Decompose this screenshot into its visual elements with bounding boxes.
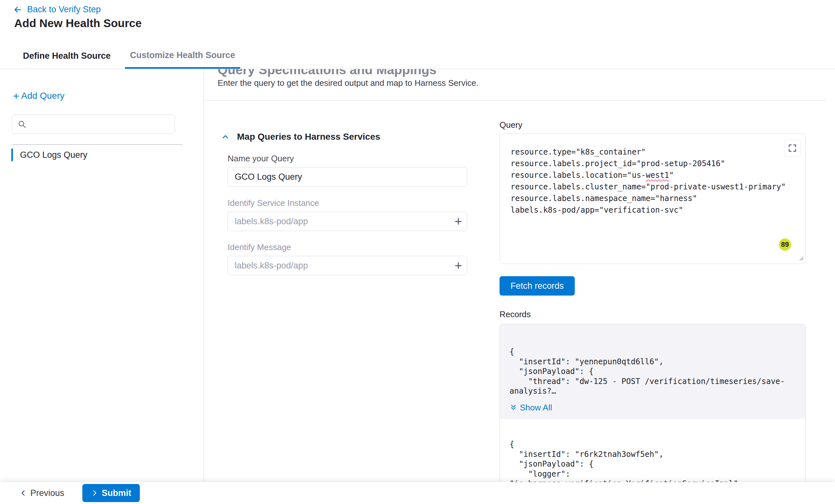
record-block: { "insertId": "yennepun0qtd6ll6", "jsonP…: [500, 324, 805, 419]
add-query-button[interactable]: + Add Query: [13, 90, 65, 101]
identify-message-label: Identify Message: [228, 242, 291, 252]
query-sidebar: + Add Query GCO Logs Query: [0, 69, 204, 504]
add-query-label: Add Query: [21, 91, 65, 101]
double-chevron-down-icon: [510, 404, 517, 412]
map-queries-header: Map Queries to Harness Services: [221, 132, 380, 142]
query-name-input[interactable]: [227, 167, 467, 187]
previous-button[interactable]: Previous: [19, 488, 64, 498]
query-name-field-wrap: [227, 167, 467, 187]
record-json-lines: { "insertId": "r6rk2tnah3owf5eh", "jsonP…: [510, 439, 796, 489]
back-to-verify-step-link[interactable]: Back to Verify Step: [13, 4, 101, 15]
query-item-label: GCO Logs Query: [20, 150, 87, 160]
service-instance-add-icon[interactable]: +: [455, 215, 462, 228]
collapse-chevron-up-icon[interactable]: [221, 132, 230, 141]
identify-message-input[interactable]: [227, 256, 467, 275]
tab-customize-health-source[interactable]: Customize Health Source: [125, 43, 241, 69]
identify-message-field-wrap: +: [227, 256, 467, 275]
submit-label: Submit: [102, 488, 131, 498]
footer-bar: Previous Submit: [0, 482, 835, 504]
query-editor-text: resource.type="k8s_container"resource.la…: [510, 146, 776, 216]
plus-icon: +: [13, 90, 19, 101]
show-all-label: Show All: [520, 403, 552, 413]
records-viewer: { "insertId": "yennepun0qtd6ll6", "jsonP…: [500, 324, 806, 504]
tab-define-health-source[interactable]: Define Health Source: [18, 43, 116, 69]
query-editor[interactable]: resource.type="k8s_container"resource.la…: [500, 133, 806, 264]
section-heading-clipped: Query Specifications and Mappings: [218, 69, 573, 78]
service-instance-field-wrap: +: [227, 212, 467, 231]
selected-indicator-bar: [11, 148, 13, 161]
identify-message-add-icon[interactable]: +: [455, 259, 462, 272]
section-subheading: Enter the query to get the desired outpu…: [218, 78, 478, 88]
name-your-query-label: Name your Query: [228, 153, 294, 164]
query-mapping-panel: Query Specifications and Mappings Enter …: [204, 69, 835, 504]
chevron-right-icon: [91, 489, 99, 497]
previous-label: Previous: [30, 488, 64, 498]
record-json-lines: { "insertId": "yennepun0qtd6ll6", "jsonP…: [510, 347, 796, 396]
records-label: Records: [500, 310, 531, 319]
fetch-records-button[interactable]: Fetch records: [500, 276, 575, 296]
back-link-label: Back to Verify Step: [27, 4, 101, 15]
expand-icon: [788, 143, 797, 153]
spellcheck-underline: west1: [646, 171, 669, 180]
submit-button[interactable]: Submit: [82, 484, 140, 502]
sidebar-item-gco-logs-query[interactable]: GCO Logs Query: [11, 148, 87, 162]
search-icon: [17, 120, 26, 129]
sidebar-divider: [12, 144, 182, 145]
service-instance-input[interactable]: [227, 212, 467, 231]
back-arrow-icon: [13, 5, 23, 15]
add-health-source-page: Back to Verify Step Add New Health Sourc…: [0, 0, 835, 504]
expand-query-button[interactable]: [784, 140, 801, 156]
query-search-box: [12, 114, 175, 134]
record-block: { "insertId": "r6rk2tnah3owf5eh", "jsonP…: [500, 419, 805, 489]
page-header: Back to Verify Step Add New Health Sourc…: [0, 0, 835, 69]
map-queries-title: Map Queries to Harness Services: [237, 132, 380, 142]
wizard-tabs: Define Health Source Customize Health So…: [0, 43, 835, 69]
page-title: Add New Health Source: [14, 17, 142, 30]
char-count-badge: 89: [779, 238, 791, 251]
identify-service-instance-label: Identify Service Instance: [228, 198, 319, 208]
resize-handle[interactable]: [797, 254, 804, 262]
query-search-input[interactable]: [30, 119, 169, 129]
query-label: Query: [500, 120, 523, 130]
chevron-left-icon: [19, 489, 27, 497]
section-divider: [204, 100, 826, 101]
content-area: + Add Query GCO Logs Query Query Specifi…: [0, 69, 835, 504]
show-all-link[interactable]: Show All: [510, 403, 796, 413]
